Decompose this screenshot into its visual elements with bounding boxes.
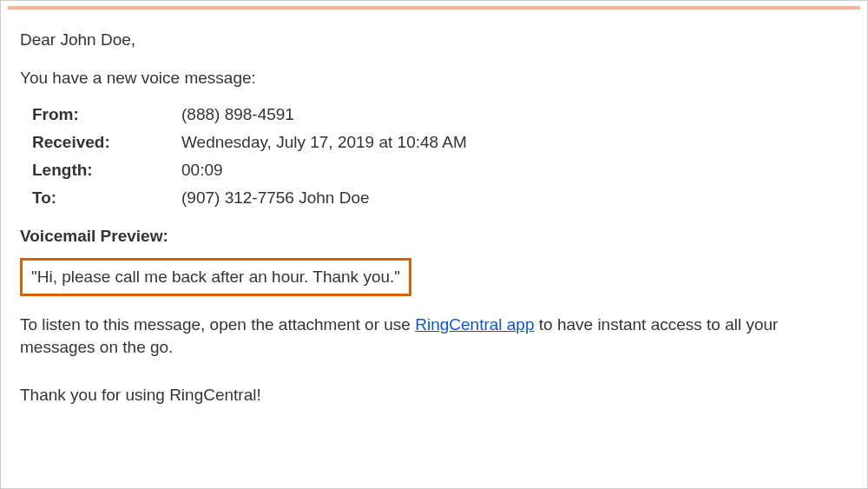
message-details: From: (888) 898-4591 Received: Wednesday…	[20, 105, 848, 208]
received-label: Received:	[32, 133, 181, 152]
voicemail-preview-text: "Hi, please call me back after an hour. …	[31, 268, 400, 286]
ringcentral-app-link[interactable]: RingCentral app	[415, 315, 534, 334]
from-value: (888) 898-4591	[181, 105, 848, 124]
to-value: (907) 312-7756 John Doe	[181, 188, 848, 208]
detail-row-to: To: (907) 312-7756 John Doe	[32, 188, 848, 208]
voicemail-preview-box: "Hi, please call me back after an hour. …	[20, 258, 411, 296]
to-label: To:	[32, 188, 181, 208]
length-value: 00:09	[181, 161, 848, 180]
email-container: Dear John Doe, You have a new voice mess…	[0, 0, 868, 489]
received-value: Wednesday, July 17, 2019 at 10:48 AM	[181, 133, 848, 152]
instruction-before: To listen to this message, open the atta…	[20, 315, 415, 334]
voicemail-preview-heading: Voicemail Preview:	[20, 227, 848, 246]
instruction-text: To listen to this message, open the atta…	[20, 314, 848, 358]
greeting-text: Dear John Doe,	[20, 30, 848, 50]
email-content: Dear John Doe, You have a new voice mess…	[1, 10, 867, 405]
detail-row-received: Received: Wednesday, July 17, 2019 at 10…	[32, 133, 848, 152]
from-label: From:	[32, 105, 181, 124]
detail-row-from: From: (888) 898-4591	[32, 105, 848, 124]
detail-row-length: Length: 00:09	[32, 161, 848, 180]
intro-text: You have a new voice message:	[20, 69, 848, 88]
length-label: Length:	[32, 161, 181, 180]
closing-text: Thank you for using RingCentral!	[20, 386, 848, 405]
